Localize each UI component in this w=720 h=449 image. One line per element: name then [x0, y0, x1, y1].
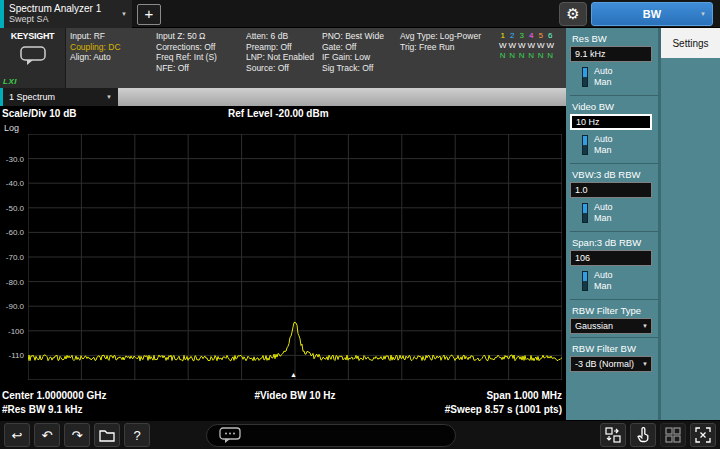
- window-grid-icon: [665, 427, 681, 443]
- span-annotation: Span 1.000 MHz: [486, 390, 562, 401]
- vbw-rbw-label: VBW:3 dB RBW: [570, 167, 658, 182]
- file-button[interactable]: [94, 423, 120, 447]
- measurement-tab-spectrum[interactable]: 1 Spectrum ▼: [0, 88, 118, 106]
- spectrum-display: Log -30.0-40.0-50.0-60.0-70.0-80.0-90.0-…: [0, 122, 566, 388]
- log-scale-label: Log: [4, 123, 19, 133]
- res-bw-group: Res BW 9.1 kHz Auto Man: [566, 30, 658, 96]
- back-button[interactable]: ↩: [4, 423, 30, 447]
- window-arrange-icon: [605, 427, 621, 443]
- video-bw-label: Video BW: [570, 99, 658, 114]
- bw-menu-button[interactable]: BW ▼: [591, 2, 713, 26]
- touch-mode-button[interactable]: [630, 423, 656, 447]
- video-bw-value[interactable]: 10 Hz: [570, 114, 652, 130]
- res-bw-auto-man-toggle[interactable]: Auto Man: [570, 62, 658, 92]
- toggle-labels: Auto Man: [594, 134, 613, 156]
- trace-number: 4: [527, 31, 537, 41]
- graticule[interactable]: [28, 134, 562, 380]
- y-axis-tick-label: -60.0: [6, 228, 24, 237]
- auto-label: Auto: [594, 270, 613, 281]
- auto-label: Auto: [594, 66, 613, 77]
- video-bw-auto-man-toggle[interactable]: Auto Man: [570, 130, 658, 160]
- ref-level-label: Ref Level -20.00 dBm: [228, 108, 329, 119]
- y-axis-labels: -30.0-40.0-50.0-60.0-70.0-80.0-90.0-100-…: [0, 134, 25, 380]
- return-arrow-icon: ↩: [12, 428, 23, 443]
- chevron-down-icon: ▼: [642, 323, 648, 329]
- status-col-input: Input: RF Coupling: DC Align: Auto: [70, 31, 156, 88]
- y-axis-tick-label: -100: [8, 326, 24, 335]
- y-axis-tick-label: -50.0: [6, 203, 24, 212]
- status-line: Sig Track: Off: [322, 63, 400, 74]
- status-line: Source: Off: [246, 63, 322, 74]
- video-bw-group: Video BW 10 Hz Auto Man: [566, 98, 658, 164]
- res-bw-label: Res BW: [570, 31, 658, 46]
- window-arrange-button[interactable]: [600, 423, 626, 447]
- man-label: Man: [594, 77, 613, 88]
- menu-tab-column: Settings: [661, 28, 720, 420]
- toggle-labels: Auto Man: [594, 202, 613, 224]
- y-axis-tick-label: -30.0: [6, 154, 24, 163]
- divider: [570, 95, 658, 96]
- y-axis-tick-label: -80.0: [6, 277, 24, 286]
- trace-mode-letter: N: [536, 51, 546, 61]
- app-mode-tab[interactable]: Spectrum Analyzer 1 Swept SA ▼: [0, 0, 132, 28]
- tab-settings[interactable]: Settings: [661, 28, 720, 58]
- bw-menu-panel: Res BW 9.1 kHz Auto Man Video BW 10 Hz: [566, 28, 720, 420]
- y-axis-tick-label: -40.0: [6, 179, 24, 188]
- app-subtitle: Swept SA: [9, 14, 101, 25]
- annotation-note-area[interactable]: [206, 424, 456, 447]
- value-text: 1.0: [575, 185, 588, 195]
- trace-number: 2: [508, 31, 518, 41]
- add-tab-button[interactable]: +: [137, 4, 161, 25]
- bottom-toolbar: ↩ ↶ ↷ ?: [0, 420, 720, 449]
- undo-button[interactable]: ↶: [34, 423, 60, 447]
- video-bw-annotation: #Video BW 10 Hz: [255, 390, 336, 401]
- trace-mode-letter: N: [527, 51, 537, 61]
- y-axis-tick-label: -90.0: [6, 302, 24, 311]
- auto-label: Auto: [594, 134, 613, 145]
- toggle-indicator: [582, 67, 588, 87]
- rbw-filter-type-dropdown[interactable]: Gaussian ▼: [570, 318, 652, 334]
- divider: [570, 231, 658, 232]
- system-settings-button[interactable]: ⚙: [559, 2, 587, 26]
- status-col-atten: Atten: 6 dB Preamp: Off LNP: Not Enabled…: [246, 31, 322, 88]
- measurement-tab-row: 1 Spectrum ▼: [0, 88, 566, 106]
- help-button[interactable]: ?: [124, 423, 150, 447]
- divider: [570, 299, 658, 300]
- status-columns: Input: RF Coupling: DC Align: Auto Input…: [68, 28, 566, 88]
- app-title: Spectrum Analyzer 1: [9, 3, 101, 14]
- status-line: Input Z: 50 Ω: [156, 31, 246, 42]
- trace-mode-letter: W: [508, 41, 518, 51]
- vbw-rbw-auto-man-toggle[interactable]: Auto Man: [570, 198, 658, 228]
- chevron-down-icon: ▼: [121, 11, 132, 17]
- trace-number: 6: [546, 31, 556, 41]
- speech-bubble-icon: [20, 46, 46, 66]
- rbw-filter-bw-dropdown[interactable]: -3 dB (Normal) ▼: [570, 356, 652, 372]
- status-col-pno: PNO: Best Wide Gate: Off IF Gain: Low Si…: [322, 31, 400, 88]
- help-icon: ?: [133, 428, 140, 443]
- note-bubble-icon: [219, 427, 241, 444]
- res-bw-value[interactable]: 9.1 kHz: [570, 46, 652, 62]
- trace-n-row: NNNNNN: [498, 51, 555, 61]
- toggle-indicator: [582, 135, 588, 155]
- vbw-rbw-ratio-group: VBW:3 dB RBW 1.0 Auto Man: [566, 166, 658, 232]
- trace-mode-letter: W: [517, 41, 527, 51]
- rbw-filter-type-label: RBW Filter Type: [570, 303, 658, 318]
- gear-icon: ⚙: [566, 5, 579, 23]
- vbw-rbw-value[interactable]: 1.0: [570, 182, 652, 198]
- bw-menu-label: BW: [643, 8, 661, 20]
- window-grid-button[interactable]: [660, 423, 686, 447]
- expand-icon: [695, 427, 711, 443]
- rbw-filter-bw-group: RBW Filter BW -3 dB (Normal) ▼: [566, 340, 658, 372]
- trace-indicator-block: 123456 WWWWWW NNNNNN: [498, 31, 555, 88]
- value-text: 10 Hz: [576, 117, 600, 127]
- span-rbw-auto-man-toggle[interactable]: Auto Man: [570, 266, 658, 296]
- toggle-labels: Auto Man: [594, 66, 613, 88]
- touch-hand-icon: [635, 427, 651, 443]
- lxi-badge: LXI: [3, 77, 17, 86]
- span-rbw-value[interactable]: 106: [570, 250, 652, 266]
- measurement-tab-label: 1 Spectrum: [3, 92, 55, 102]
- status-col-avg: Avg Type: Log-Power Trig: Free Run: [400, 31, 498, 88]
- status-line: Preamp: Off: [246, 42, 322, 53]
- fullscreen-button[interactable]: [690, 423, 716, 447]
- redo-button[interactable]: ↷: [64, 423, 90, 447]
